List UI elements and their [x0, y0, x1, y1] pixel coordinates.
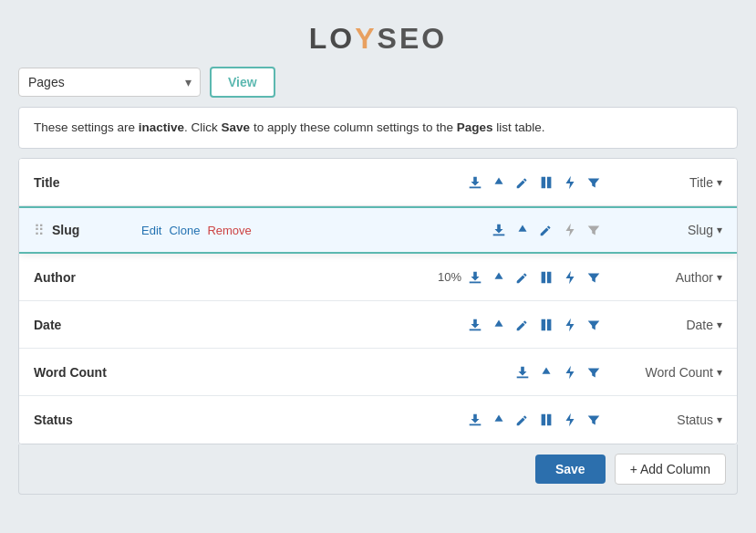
word-count-label-area: Word Count ▾ — [622, 365, 722, 380]
slug-label-area: Slug ▾ — [622, 223, 722, 237]
sort-icon[interactable] — [489, 410, 509, 430]
edit-icon[interactable] — [513, 172, 533, 193]
table-row: Date — [19, 301, 737, 349]
filter-icon[interactable] — [584, 172, 604, 193]
column-name-status: Status — [34, 413, 116, 427]
edit-icon[interactable] — [513, 267, 533, 287]
svg-marker-4 — [519, 225, 527, 232]
svg-marker-16 — [495, 415, 503, 422]
svg-marker-13 — [543, 367, 551, 373]
book-icon[interactable] — [536, 172, 556, 193]
logo-seo: SEO — [378, 22, 448, 55]
add-column-button[interactable]: + Add Column — [615, 454, 726, 485]
flash-icon[interactable] — [560, 172, 580, 193]
filter-icon[interactable] — [584, 410, 604, 430]
title-label: Title — [689, 175, 713, 190]
filter-icon[interactable] — [584, 362, 604, 382]
drag-handle-icon[interactable]: ⠿ — [34, 222, 45, 239]
post-type-select[interactable]: Pages Posts Products — [18, 68, 201, 97]
word-count-chevron-icon[interactable]: ▾ — [717, 366, 722, 379]
slug-icons — [489, 220, 604, 240]
author-chevron-icon[interactable]: ▾ — [717, 271, 722, 284]
edit-link[interactable]: Edit — [141, 224, 161, 237]
author-icons — [465, 267, 604, 287]
view-button[interactable]: View — [210, 67, 275, 98]
remove-link[interactable]: Remove — [207, 224, 251, 237]
slug-chevron-icon[interactable]: ▾ — [717, 224, 722, 236]
sort-icon[interactable] — [536, 362, 556, 382]
status-icons — [465, 410, 604, 430]
edit-icon[interactable] — [536, 220, 556, 240]
date-label-area: Date ▾ — [622, 318, 722, 332]
logo-y-left: Y — [355, 22, 377, 55]
svg-rect-12 — [517, 376, 529, 378]
download-icon[interactable] — [465, 172, 485, 193]
download-icon[interactable] — [513, 362, 533, 382]
flash-gray-icon[interactable] — [560, 220, 580, 240]
sort-icon[interactable] — [513, 220, 533, 240]
svg-rect-3 — [493, 235, 505, 236]
column-name-title: Title — [34, 175, 116, 190]
sort-icon[interactable] — [489, 172, 509, 193]
svg-marker-10 — [495, 319, 503, 326]
notice-bar: These settings are inactive. Click Save … — [18, 107, 738, 149]
author-label-area: Author ▾ — [622, 270, 722, 285]
svg-rect-0 — [470, 186, 482, 188]
book-icon[interactable] — [536, 315, 556, 335]
save-button[interactable]: Save — [535, 455, 606, 484]
sort-icon[interactable] — [489, 315, 509, 335]
logo: LOYSEO — [9, 9, 747, 67]
notice-prefix: These settings are — [34, 120, 139, 134]
table-row: Author 10% — [19, 254, 737, 301]
date-chevron-icon[interactable]: ▾ — [717, 319, 722, 331]
notice-end: list table. — [493, 120, 545, 134]
download-icon[interactable] — [465, 410, 485, 430]
svg-marker-8 — [566, 271, 575, 284]
title-chevron-icon[interactable]: ▾ — [717, 176, 722, 189]
column-name-date: Date — [34, 318, 116, 332]
word-count-icons — [513, 362, 604, 382]
logo-lo: LO — [309, 22, 355, 55]
notice-inactive: inactive — [139, 120, 184, 134]
svg-marker-2 — [566, 176, 575, 189]
svg-marker-7 — [495, 272, 503, 278]
flash-icon[interactable] — [560, 410, 580, 430]
book-icon[interactable] — [536, 267, 556, 287]
table-row: Title — [19, 159, 737, 206]
svg-marker-11 — [566, 319, 575, 331]
clone-link[interactable]: Clone — [169, 224, 200, 237]
notice-suffix: to apply these column settings to the — [250, 120, 457, 134]
sort-icon[interactable] — [489, 267, 509, 287]
table-row: Word Count Word Count ▾ — [19, 349, 737, 396]
main-container: LOYSEO Pages Posts Products View These s… — [9, 9, 747, 495]
filter-icon[interactable] — [584, 315, 604, 335]
download-icon[interactable] — [489, 220, 509, 240]
title-label-area: Title ▾ — [622, 175, 722, 190]
author-pct: 10% — [438, 270, 461, 284]
download-icon[interactable] — [465, 315, 485, 335]
notice-pages-word: Pages — [457, 120, 493, 134]
flash-icon[interactable] — [560, 362, 580, 382]
edit-icon[interactable] — [513, 410, 533, 430]
flash-icon[interactable] — [560, 267, 580, 287]
download-icon[interactable] — [465, 267, 485, 287]
filter-icon[interactable] — [584, 267, 604, 287]
date-label: Date — [686, 318, 713, 332]
column-name-author: Author — [34, 270, 116, 285]
status-chevron-icon[interactable]: ▾ — [717, 413, 722, 426]
author-label: Author — [676, 270, 713, 285]
notice-save-word: Save — [222, 120, 251, 134]
edit-icon[interactable] — [513, 315, 533, 335]
filter-gray-icon[interactable] — [584, 220, 604, 240]
status-label-area: Status ▾ — [622, 413, 722, 427]
word-count-label: Word Count — [646, 365, 713, 380]
book-icon[interactable] — [536, 410, 556, 430]
slug-edit-links: Edit Clone Remove — [141, 224, 252, 237]
date-icons — [465, 315, 604, 335]
flash-icon[interactable] — [560, 315, 580, 335]
toolbar: Pages Posts Products View — [9, 67, 747, 107]
slug-label: Slug — [688, 223, 713, 237]
title-icons — [465, 172, 604, 193]
notice-middle: . Click — [184, 120, 222, 134]
column-name-word-count: Word Count — [34, 365, 116, 380]
